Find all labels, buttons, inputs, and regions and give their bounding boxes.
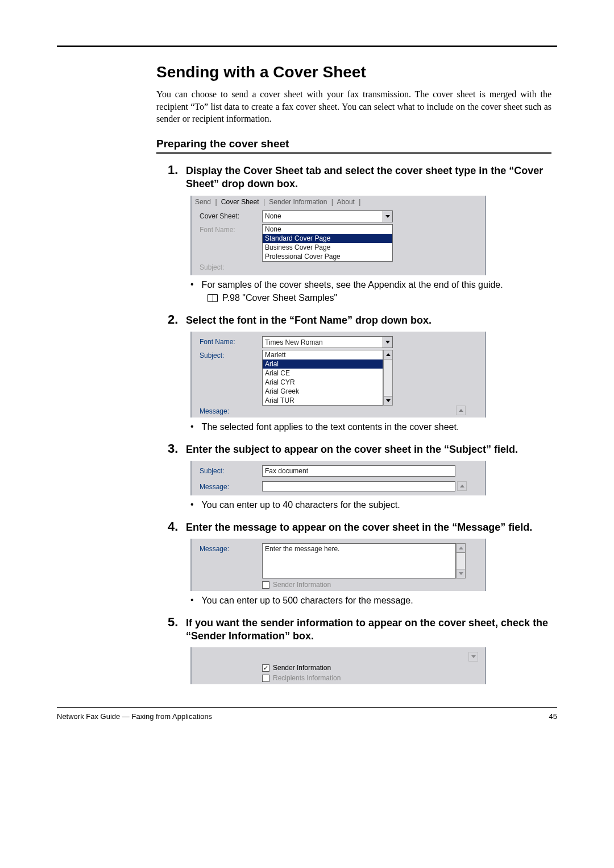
note-text: For samples of the cover sheets, see the… [202, 279, 503, 291]
bullet-icon: • [190, 421, 194, 433]
step-text: Select the font in the “Font Name” drop … [186, 314, 432, 327]
tab-divider: | [331, 198, 335, 206]
section-heading: Preparing the cover sheet [156, 138, 551, 154]
list-item[interactable]: None [263, 225, 392, 234]
panel: Cover Sheet: None Font Name: None Standa… [192, 206, 485, 275]
footer-left: Network Fax Guide — Faxing from Applicat… [57, 712, 212, 721]
scroll-up-icon[interactable] [383, 350, 393, 359]
list-item[interactable]: Arial CE [263, 369, 383, 378]
label-message: Message: [200, 377, 251, 415]
checkbox-label: Recipients Information [273, 674, 341, 682]
subject-input[interactable]: Fax document [262, 465, 455, 477]
step-text: Enter the subject to appear on the cover… [186, 443, 518, 456]
intro-paragraph: You can choose to send a cover sheet wit… [156, 88, 551, 125]
chevron-down-icon[interactable] [383, 211, 392, 222]
textarea-content[interactable]: Enter the message here. [262, 543, 456, 578]
label-subject: Subject: [200, 241, 251, 271]
scrollbar[interactable] [456, 543, 466, 578]
scroll-down-icon[interactable] [383, 396, 393, 406]
tab-strip: Send | Cover Sheet | Sender Information … [192, 196, 485, 206]
dropdown-value: Times New Roman [263, 338, 383, 346]
step-number: 5. [168, 615, 180, 630]
step-1-note: • For samples of the cover sheets, see t… [190, 279, 551, 304]
scrollbar[interactable] [383, 350, 393, 406]
tab-send[interactable]: Send [195, 198, 213, 206]
screenshot-cover-sheet-tab: Send | Cover Sheet | Sender Information … [190, 196, 486, 275]
label-message: Message: [200, 481, 251, 491]
scroll-down-icon[interactable] [456, 569, 466, 578]
dropdown-value: None [263, 212, 383, 220]
screenshot-sender-info: ✓ Sender Information Recipients Informat… [190, 647, 486, 684]
step-5: 5. If you want the sender information to… [168, 615, 551, 643]
screenshot-message: Message: Enter the message here. Sender … [190, 539, 486, 591]
step-4: 4. Enter the message to appear on the co… [168, 519, 551, 534]
tab-divider: | [215, 198, 219, 206]
step-4-note: • You can enter up to 500 characters for… [190, 594, 551, 607]
step-text: If you want the sender information to ap… [186, 617, 551, 643]
checkbox-icon[interactable] [262, 581, 269, 589]
book-icon [208, 294, 218, 302]
scroll-up-icon[interactable] [456, 543, 466, 553]
scroll-up-icon[interactable] [457, 481, 467, 491]
step-text: Enter the message to appear on the cover… [186, 521, 532, 534]
font-name-dropdown[interactable]: Times New Roman [262, 336, 393, 348]
reference-text: P.98 "Cover Sheet Samples" [222, 292, 337, 304]
tab-about[interactable]: About [337, 198, 357, 206]
tab-divider: | [359, 198, 363, 206]
font-options-list[interactable]: Marlett Arial Arial CE Arial CYR Arial G… [262, 350, 393, 406]
message-input-partial[interactable] [262, 481, 455, 491]
label-message: Message: [200, 543, 251, 553]
scroll-down-icon[interactable] [468, 652, 478, 662]
main-content: Sending with a Cover Sheet You can choos… [156, 63, 557, 684]
label-font-name: Font Name: [200, 336, 251, 346]
message-textarea[interactable]: Enter the message here. [262, 543, 466, 578]
reference-link: P.98 "Cover Sheet Samples" [208, 292, 551, 304]
sender-info-checkbox-row: Sender Information [262, 581, 479, 589]
step-2: 2. Select the font in the “Font Name” dr… [168, 312, 551, 327]
note-text: You can enter up to 40 characters for th… [202, 499, 400, 511]
list-item[interactable]: Arial CYR [263, 378, 383, 387]
step-2-note: • The selected font applies to the text … [190, 421, 551, 433]
bullet-icon: • [190, 499, 194, 511]
step-3: 3. Enter the subject to appear on the co… [168, 441, 551, 456]
scroll-up-icon[interactable] [456, 406, 466, 415]
page-footer: Network Fax Guide — Faxing from Applicat… [57, 707, 557, 721]
chevron-down-icon[interactable] [383, 337, 392, 348]
screenshot-subject: Subject: Fax document Message: [190, 461, 486, 495]
top-rule [57, 46, 557, 47]
screenshot-font-name: Font Name: Times New Roman Subject: Marl… [190, 332, 486, 418]
step-number: 2. [168, 312, 180, 327]
checkbox-icon[interactable]: ✓ [262, 664, 269, 672]
page-title: Sending with a Cover Sheet [156, 63, 551, 81]
step-number: 1. [168, 163, 180, 177]
label-subject: Subject: [200, 465, 251, 475]
checkbox-label: Sender Information [273, 581, 331, 589]
list-item[interactable]: Standard Cover Page [263, 234, 392, 243]
recipients-info-checkbox-row: Recipients Information [262, 674, 479, 682]
list-item[interactable]: Arial [263, 359, 383, 369]
checkbox-label: Sender Information [273, 664, 331, 672]
note-text: The selected font applies to the text co… [202, 421, 459, 433]
list-item[interactable]: Arial Greek [263, 387, 383, 396]
note-text: You can enter up to 500 characters for t… [202, 594, 413, 607]
list-item[interactable]: Arial TUR [263, 396, 383, 405]
sender-info-checkbox-row: ✓ Sender Information [262, 664, 479, 672]
tab-sender-info[interactable]: Sender Information [269, 198, 329, 206]
step-1: 1. Display the Cover Sheet tab and selec… [168, 163, 551, 191]
scroll-track[interactable] [383, 359, 393, 396]
footer-page-number: 45 [549, 712, 557, 721]
list-item[interactable]: Business Cover Page [263, 243, 392, 252]
bullet-icon: • [190, 279, 194, 291]
tab-cover-sheet[interactable]: Cover Sheet [221, 198, 262, 206]
step-text: Display the Cover Sheet tab and select t… [186, 164, 551, 191]
label-subject: Subject: [200, 350, 251, 359]
step-3-note: • You can enter up to 40 characters for … [190, 499, 551, 511]
list-item[interactable]: Professional Cover Page [263, 252, 392, 261]
list-item[interactable]: Marlett [263, 350, 383, 359]
label-font-name: Font Name: [200, 224, 251, 234]
scroll-track[interactable] [456, 553, 466, 569]
cover-sheet-options-list[interactable]: None Standard Cover Page Business Cover … [262, 224, 393, 262]
bullet-icon: • [190, 594, 194, 607]
checkbox-icon[interactable] [262, 675, 269, 682]
cover-sheet-dropdown[interactable]: None [262, 210, 393, 222]
